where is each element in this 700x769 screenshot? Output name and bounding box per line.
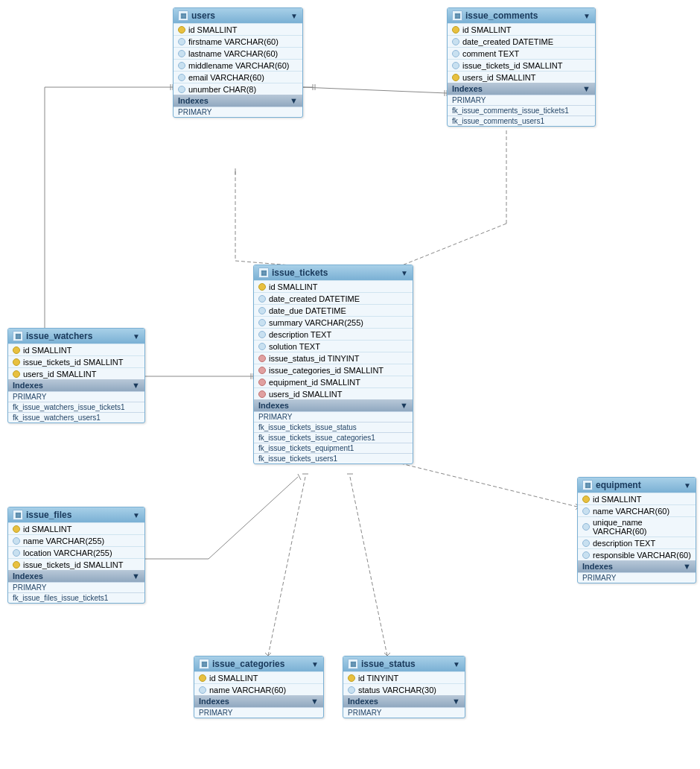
index-it-fk4: fk_issue_tickets_users1: [254, 453, 413, 463]
field-text: name VARCHAR(60): [209, 686, 286, 694]
table-issue-comments[interactable]: ▦ issue_comments ▼ id SMALLINT date_crea…: [447, 7, 596, 127]
table-issue-status-header: ▦ issue_status ▼: [343, 656, 465, 671]
svg-line-36: [350, 477, 387, 656]
chevron-indexes[interactable]: ▼: [683, 562, 691, 571]
field-text: location VARCHAR(255): [23, 548, 112, 557]
chevron-indexes[interactable]: ▼: [400, 401, 408, 410]
indexes-label: Indexes: [348, 697, 378, 706]
field-text: issue_tickets_id SMALLINT: [23, 560, 124, 569]
field-text: id SMALLINT: [23, 346, 71, 355]
chevron[interactable]: ▼: [453, 660, 460, 668]
key-icon: [13, 525, 20, 533]
nn-icon: [258, 390, 266, 398]
field-it-summary: summary VARCHAR(255): [254, 316, 413, 328]
field-it-solution: solution TEXT: [254, 340, 413, 352]
chevron[interactable]: ▼: [133, 511, 140, 519]
field-text: date_created DATETIME: [269, 294, 360, 303]
table-equipment[interactable]: ▦ equipment ▼ id SMALLINT name VARCHAR(6…: [577, 477, 696, 583]
svg-line-14: [395, 224, 506, 268]
chevron[interactable]: ▼: [583, 12, 591, 20]
field-users-id: id SMALLINT: [174, 23, 302, 35]
indexes-label: Indexes: [582, 562, 613, 571]
field-ic-comment: comment TEXT: [448, 47, 595, 59]
chevron-indexes[interactable]: ▼: [132, 572, 140, 580]
table-issue-tickets[interactable]: ▦ issue_tickets ▼ id SMALLINT date_creat…: [253, 265, 413, 464]
fk-icon: [178, 74, 185, 81]
chevron[interactable]: ▼: [311, 660, 319, 668]
nn-icon: [258, 379, 266, 386]
chevron[interactable]: ▼: [684, 481, 691, 490]
field-text: id SMALLINT: [23, 525, 71, 534]
field-is-status: status VARCHAR(30): [343, 683, 465, 695]
table-users[interactable]: ▦ users ▼ id SMALLINT firstname VARCHAR(…: [173, 7, 303, 118]
indexes-header-iw[interactable]: Indexes ▼: [8, 379, 144, 391]
key-icon: [582, 496, 590, 503]
index-it-fk1: fk_issue_tickets_issue_status: [254, 422, 413, 432]
field-text: id SMALLINT: [188, 25, 237, 34]
table-issue-status[interactable]: ▦ issue_status ▼ id TINYINT status VARCH…: [343, 656, 465, 718]
index-eq-primary: PRIMARY: [578, 572, 696, 583]
field-text: comment TEXT: [462, 49, 519, 58]
field-it-status-id: issue_status_id TINYINT: [254, 352, 413, 364]
field-text: equipment_id SMALLINT: [269, 378, 360, 387]
field-text: issue_tickets_id SMALLINT: [462, 61, 563, 70]
chevron-indexes[interactable]: ▼: [582, 84, 591, 93]
field-text: summary VARCHAR(255): [269, 318, 363, 327]
chevron[interactable]: ▼: [133, 332, 140, 341]
indexes-header-eq[interactable]: Indexes ▼: [578, 560, 696, 572]
key-icon: [13, 358, 20, 366]
index-iw-primary: PRIMARY: [8, 391, 144, 402]
field-icat-id: id SMALLINT: [194, 671, 323, 683]
key-icon: [199, 674, 206, 682]
key-icon: [13, 346, 20, 354]
table-issue-watchers-header: ▦ issue_watchers ▼: [8, 329, 144, 344]
indexes-header-if[interactable]: Indexes ▼: [8, 570, 144, 582]
index-if-fk1: fk_issue_files_issue_tickets1: [8, 592, 144, 603]
field-text: users_id SMALLINT: [269, 390, 342, 399]
field-users-unumber: unumber CHAR(8): [174, 83, 302, 95]
indexes-header-users[interactable]: Indexes ▼: [174, 95, 302, 107]
field-it-id: id SMALLINT: [254, 280, 413, 292]
indexes-header-icat[interactable]: Indexes ▼: [194, 695, 323, 707]
table-issue-categories[interactable]: ▦ issue_categories ▼ id SMALLINT name VA…: [194, 656, 324, 718]
field-text: description TEXT: [593, 539, 655, 548]
chevron-indexes[interactable]: ▼: [290, 96, 298, 105]
key-icon: [178, 26, 185, 34]
field-if-id: id SMALLINT: [8, 522, 144, 534]
fk-icon: [582, 507, 590, 515]
table-issue-watchers[interactable]: ▦ issue_watchers ▼ id SMALLINT issue_tic…: [7, 328, 145, 423]
field-iw-users-id: users_id SMALLINT: [8, 367, 144, 379]
field-text: issue_categories_id SMALLINT: [269, 366, 384, 375]
table-issue-categories-header: ▦ issue_categories ▼: [194, 656, 323, 671]
chevron-users[interactable]: ▼: [290, 12, 298, 20]
indexes-header-it[interactable]: Indexes ▼: [254, 399, 413, 411]
field-text: id TINYINT: [358, 674, 398, 683]
field-text: status VARCHAR(30): [358, 686, 436, 694]
table-issue-files[interactable]: ▦ issue_files ▼ id SMALLINT name VARCHAR…: [7, 507, 145, 604]
fk-icon: [178, 38, 185, 45]
field-text: name VARCHAR(60): [593, 507, 669, 516]
table-users-header: ▦ users ▼: [174, 8, 302, 23]
table-issue-status-title: issue_status: [361, 659, 416, 669]
field-text: id SMALLINT: [209, 674, 258, 683]
field-text: name VARCHAR(255): [23, 537, 104, 545]
fk-icon: [199, 686, 206, 694]
field-text: email VARCHAR(60): [188, 73, 264, 82]
chevron-indexes[interactable]: ▼: [311, 697, 319, 706]
index-it-fk3: fk_issue_tickets_equipment1: [254, 443, 413, 453]
index-if-primary: PRIMARY: [8, 582, 144, 592]
indexes-header-is[interactable]: Indexes ▼: [343, 695, 465, 707]
chevron-indexes[interactable]: ▼: [452, 697, 460, 706]
field-users-lastname: lastname VARCHAR(60): [174, 47, 302, 59]
chevron[interactable]: ▼: [401, 269, 408, 277]
index-ic-fk2: fk_issue_comments_users1: [448, 115, 595, 126]
field-text: solution TEXT: [269, 342, 320, 351]
index-iw-fk1: fk_issue_watchers_issue_tickets1: [8, 402, 144, 412]
key-icon: [348, 674, 355, 682]
chevron-indexes[interactable]: ▼: [132, 381, 140, 390]
nn-icon: [258, 355, 266, 362]
indexes-header-ic[interactable]: Indexes ▼: [448, 83, 595, 95]
index-iw-fk2: fk_issue_watchers_users1: [8, 412, 144, 423]
index-it-primary: PRIMARY: [254, 411, 413, 422]
diagram-canvas: ▦ users ▼ id SMALLINT firstname VARCHAR(…: [0, 0, 700, 769]
